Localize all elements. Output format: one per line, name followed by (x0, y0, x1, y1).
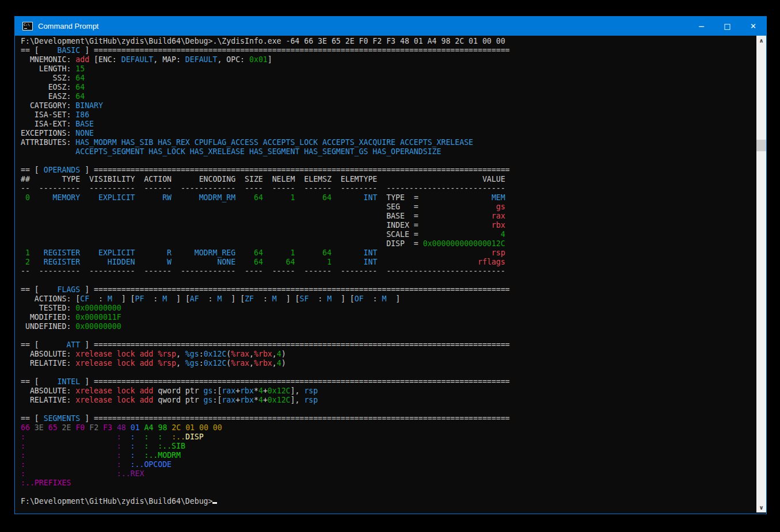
console-line: EOSZ: 64 (21, 83, 756, 92)
command-prompt-icon[interactable] (22, 22, 33, 30)
text-cursor (212, 502, 217, 504)
console-line: == [ SEGMENTS ] ========================… (21, 414, 756, 423)
console-line: == [ BASIC ] ===========================… (21, 46, 756, 55)
console-line: 0 MEMORY EXPLICIT RW MODRM_RM 64 1 64 IN… (21, 193, 756, 202)
console-line (21, 368, 756, 377)
console-line: F:\Development\GitHub\zydis\Build64\Debu… (21, 497, 756, 506)
console-line: : : : :..MODRM (21, 451, 756, 460)
console-line: == [ ATT ] =============================… (21, 340, 756, 350)
console-line: : : : : : :..DISP (21, 433, 756, 442)
console-line: -- --------- ---------- ------ ---------… (21, 184, 756, 193)
scrollbar[interactable]: ∧ ∨ (756, 36, 766, 512)
console-line: DISP = 0x000000000000012C (21, 239, 756, 248)
close-button[interactable]: ✕ (740, 17, 766, 36)
console-line (21, 156, 756, 166)
console-area[interactable]: F:\Development\GitHub\zydis\Build64\Debu… (15, 36, 766, 512)
scroll-up-icon[interactable]: ∧ (756, 36, 766, 45)
console-line: : : : : :..SIB (21, 442, 756, 451)
console-line: 2 REGISTER HIDDEN W NONE 64 64 1 INT rfl… (21, 258, 756, 267)
console-line: UNDEFINED: 0x00000000 (21, 322, 756, 331)
maximize-button[interactable]: □ (714, 17, 740, 36)
console-line: RELATIVE: xrelease lock add %rsp, %gs:0x… (21, 359, 756, 368)
console-line: ACCEPTS_SEGMENT HAS_LOCK HAS_XRELEASE HA… (21, 147, 756, 156)
console-output: F:\Development\GitHub\zydis\Build64\Debu… (15, 36, 756, 512)
console-line: ISA-SET: I86 (21, 110, 756, 120)
scrollbar-thumb[interactable] (756, 140, 766, 151)
console-line: MODIFIED: 0x0000011F (21, 313, 756, 322)
console-line: 1 REGISTER EXPLICIT R MODRM_REG 64 1 64 … (21, 248, 756, 258)
console-line (21, 488, 756, 497)
console-line: INDEX = rbx (21, 221, 756, 230)
console-line: == [ FLAGS ] ===========================… (21, 285, 756, 294)
console-line (21, 331, 756, 340)
console-line: ISA-EXT: BASE (21, 120, 756, 129)
console-line: RELATIVE: xrelease lock add qword ptr gs… (21, 396, 756, 405)
console-line: TESTED: 0x00000000 (21, 304, 756, 313)
console-line: LENGTH: 15 (21, 64, 756, 74)
console-line: == [ INTEL ] ===========================… (21, 377, 756, 386)
console-line: : :..REX (21, 469, 756, 479)
console-line: BASE = rax (21, 212, 756, 221)
console-line: SCALE = 4 (21, 230, 756, 239)
console-line: : : :..OPCODE (21, 460, 756, 469)
console-line: F:\Development\GitHub\zydis\Build64\Debu… (21, 37, 756, 46)
console-line: :..PREFIXES (21, 479, 756, 488)
console-line: EASZ: 64 (21, 92, 756, 101)
console-line: ABSOLUTE: xrelease lock add %rsp, %gs:0x… (21, 350, 756, 359)
console-line (21, 276, 756, 285)
console-line: == [ OPERANDS ] ========================… (21, 166, 756, 175)
console-line: ABSOLUTE: xrelease lock add qword ptr gs… (21, 386, 756, 396)
title-bar[interactable]: Command Prompt ─ □ ✕ (15, 17, 766, 36)
minimize-button[interactable]: ─ (688, 17, 714, 36)
command-prompt-window: Command Prompt ─ □ ✕ F:\Development\GitH… (14, 16, 767, 514)
console-line: -- --------- ---------- ------ ---------… (21, 267, 756, 276)
console-line: 66 3E 65 2E F0 F2 F3 48 01 A4 98 2C 01 0… (21, 423, 756, 433)
console-line: SEG = gs (21, 202, 756, 212)
console-line: ## TYPE VISIBILITY ACTION ENCODING SIZE … (21, 175, 756, 184)
console-line (21, 405, 756, 414)
scroll-down-icon[interactable]: ∨ (756, 503, 766, 512)
console-line: EXCEPTIONS: NONE (21, 129, 756, 138)
window-title: Command Prompt (38, 22, 688, 30)
console-line: ACTIONS: [CF : M ] [PF : M ] [AF : M ] [… (21, 294, 756, 304)
console-line: ATTRIBUTES: HAS_MODRM HAS_SIB HAS_REX CP… (21, 138, 756, 147)
caption-buttons: ─ □ ✕ (688, 17, 766, 36)
console-line: SSZ: 64 (21, 74, 756, 83)
console-line: MNEMONIC: add [ENC: DEFAULT, MAP: DEFAUL… (21, 55, 756, 64)
console-line: CATEGORY: BINARY (21, 101, 756, 110)
